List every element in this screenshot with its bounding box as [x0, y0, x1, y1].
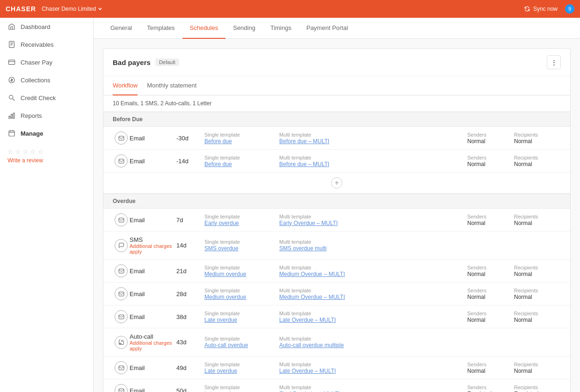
multi-template-col: Multi template Late Overdue – MULTI — [279, 311, 467, 323]
sidebar-item-manage[interactable]: Manage — [0, 124, 93, 142]
workflow-tab-monthly-statement[interactable]: Monthly statement — [147, 76, 196, 95]
tab-sending[interactable]: Sending — [225, 18, 263, 39]
table-row[interactable]: Email 38d Single template Late overdue M… — [103, 305, 570, 328]
table-row[interactable]: Email 21d Single template Medium overdue… — [103, 260, 570, 283]
add-button[interactable]: + — [331, 177, 342, 189]
single-label: Single template — [204, 362, 279, 367]
single-label: Single template — [204, 214, 279, 219]
sync-button[interactable]: Sync now — [524, 6, 558, 12]
sidebar-label-credit-check: Credit Check — [21, 94, 56, 102]
recipients-value: Normal — [514, 368, 561, 374]
table-row[interactable]: SMS Additional charges apply 14d Single … — [103, 232, 570, 260]
single-link[interactable]: Late overdue — [204, 317, 279, 323]
default-badge: Default — [155, 58, 179, 66]
add-before-due-row[interactable]: + — [103, 173, 570, 194]
sidebar-item-receivables[interactable]: Receivables — [0, 36, 93, 53]
tab-payment-portal[interactable]: Payment Portal — [299, 18, 355, 39]
subtext: Additional charges apply — [130, 243, 176, 254]
single-link[interactable]: SMS overdue — [204, 245, 279, 252]
svg-rect-20 — [119, 292, 124, 296]
multi-link[interactable]: Late Overdue – MULTI — [279, 368, 467, 374]
sms-icon — [115, 239, 128, 252]
single-link[interactable]: Late overdue — [204, 368, 279, 374]
multi-link[interactable]: Medium Overdue – MULTI — [279, 271, 467, 277]
table-row[interactable]: Auto-call Additional charges apply 43d S… — [103, 328, 570, 356]
type-col: Email — [130, 387, 176, 392]
senders-col: Senders Normal — [467, 155, 514, 167]
svg-rect-12 — [9, 131, 14, 136]
multi-template-col: Multi template SMS overdue multi — [279, 239, 467, 252]
recipients-col: Recipients Normal — [514, 362, 561, 374]
home-icon — [7, 22, 16, 31]
multi-label: Multi template — [279, 311, 467, 316]
senders-value: Escalated — [467, 391, 514, 392]
senders-value: Normal — [467, 368, 514, 374]
multi-label: Multi template — [279, 362, 467, 367]
table-row[interactable]: Email 49d Single template Late overdue M… — [103, 356, 570, 379]
senders-col: Senders Normal — [467, 311, 514, 323]
type-name: Email — [130, 364, 176, 371]
single-link[interactable]: Auto-call overdue — [204, 342, 279, 348]
single-link[interactable]: Early overdue — [204, 220, 279, 226]
section-header-overdue: Overdue — [103, 194, 570, 209]
multi-link[interactable]: Final Reminder – MULTI — [279, 391, 467, 392]
table-row[interactable]: Email 28d Single template Medium overdue… — [103, 283, 570, 305]
sidebar-item-dashboard[interactable]: Dashboard — [0, 18, 93, 36]
type-col: Email — [130, 158, 176, 165]
svg-rect-23 — [119, 366, 124, 370]
sidebar-item-credit-check[interactable]: Credit Check — [0, 89, 93, 107]
single-template-col: Single template Late overdue — [204, 385, 279, 392]
recipients-col: Recipients Normal — [514, 311, 561, 323]
table-row[interactable]: Email -14d Single template Before due Mu… — [103, 150, 570, 173]
workflow-tab-workflow[interactable]: Workflow — [113, 76, 138, 95]
file-icon — [7, 40, 16, 49]
single-link[interactable]: Before due — [204, 138, 279, 145]
single-link[interactable]: Before due — [204, 161, 279, 167]
sidebar-item-collections[interactable]: Collections — [0, 71, 93, 89]
type-name: Email — [130, 387, 176, 392]
multi-link[interactable]: Before due – MULTI — [279, 138, 467, 145]
org-name[interactable]: Chaser Demo Limited — [42, 6, 102, 12]
multi-link[interactable]: Medium Overdue – MULTI — [279, 294, 467, 300]
write-review-link[interactable]: Write a review — [7, 157, 86, 164]
svg-point-7 — [9, 95, 13, 99]
multi-link[interactable]: Early Overdue – MULTI — [279, 220, 467, 226]
star-3: ☆ — [22, 148, 29, 155]
type-col: SMS Additional charges apply — [130, 236, 176, 254]
table-row[interactable]: Email 50d Single template Late overdue M… — [103, 379, 570, 392]
table-row[interactable]: Email 7d Single template Early overdue M… — [103, 209, 570, 232]
sidebar-item-reports[interactable]: Reports — [0, 107, 93, 124]
multi-link[interactable]: SMS overdue multi — [279, 245, 467, 252]
days-col: 21d — [176, 268, 204, 275]
single-link[interactable]: Late overdue — [204, 391, 279, 392]
sidebar-item-chaser-pay[interactable]: Chaser Pay — [0, 53, 93, 71]
recipients-value: Normal — [514, 161, 561, 167]
senders-col: Senders Normal — [467, 288, 514, 300]
sidebar-label-chaser-pay: Chaser Pay — [21, 59, 52, 66]
multi-label: Multi template — [279, 385, 467, 390]
tab-general[interactable]: General — [103, 18, 139, 39]
tab-timings[interactable]: Timings — [263, 18, 299, 39]
recipients-col: Recipients Normal — [514, 288, 561, 300]
tab-templates[interactable]: Templates — [139, 18, 182, 39]
multi-link[interactable]: Auto-call overdue multiple — [279, 342, 467, 348]
multi-link[interactable]: Late Overdue – MULTI — [279, 317, 467, 323]
type-name: SMS — [130, 236, 176, 243]
card-header: Bad payers Default ⋮ — [103, 49, 570, 76]
table-row[interactable]: Email -30d Single template Before due Mu… — [103, 127, 570, 150]
single-link[interactable]: Medium overdue — [204, 294, 279, 300]
notification-badge[interactable]: 9 — [565, 4, 574, 14]
type-name: Email — [130, 158, 176, 165]
more-options-button[interactable]: ⋮ — [547, 55, 561, 69]
email-icon — [115, 384, 128, 392]
dollar-icon — [7, 76, 16, 84]
single-link[interactable]: Medium overdue — [204, 271, 279, 277]
tab-schedules[interactable]: Schedules — [182, 18, 226, 39]
senders-value: Normal — [467, 294, 514, 300]
days-col: 38d — [176, 313, 204, 320]
type-name: Email — [130, 268, 176, 275]
multi-link[interactable]: Before due – MULTI — [279, 161, 467, 167]
sync-icon — [524, 6, 530, 12]
recipients-label: Recipients — [514, 155, 561, 160]
days-col: 49d — [176, 364, 204, 371]
